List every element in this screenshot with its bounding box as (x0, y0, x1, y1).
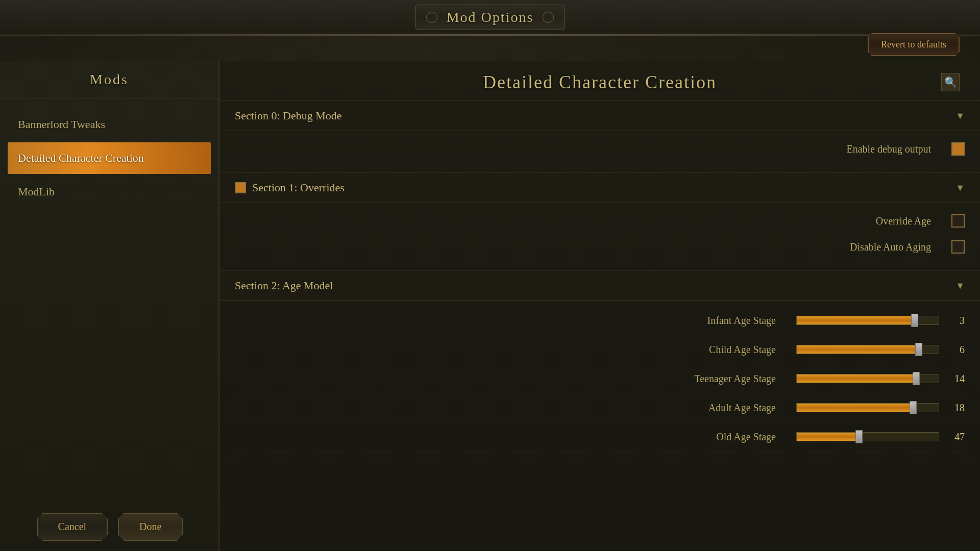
child-age-thumb[interactable] (915, 343, 922, 356)
teenager-age-label: Teenager Age Stage (235, 373, 796, 385)
sidebar-title: Mods (90, 71, 129, 87)
child-age-fill (797, 345, 919, 354)
sidebar-item-label: Detailed Character Creation (18, 152, 144, 164)
infant-age-value: 3 (939, 315, 965, 327)
setting-row-old-age: Old Age Stage 47 (235, 422, 965, 452)
section0-arrow: ▼ (955, 111, 965, 121)
sidebar-item-label: Bannerlord Tweaks (18, 118, 105, 131)
adult-age-track (796, 403, 939, 412)
sections-scroll[interactable]: Section 0: Debug Mode ▼ Enable debug out… (219, 101, 980, 550)
sidebar-list: Bannerlord Tweaks Detailed Character Cre… (0, 98, 218, 218)
section2-content: Infant Age Stage 3 Child Age Stage (219, 301, 980, 462)
section1-content: Override Age Disable Auto Aging (219, 203, 980, 271)
debug-output-checkbox[interactable] (951, 142, 965, 156)
section1-title: Section 1: Overrides (252, 181, 955, 194)
infant-age-slider[interactable] (796, 313, 939, 328)
old-age-fill (797, 433, 859, 441)
revert-defaults-button[interactable]: Revert to defaults (868, 33, 960, 56)
old-age-label: Old Age Stage (235, 431, 796, 443)
setting-row-disable-auto-aging: Disable Auto Aging (235, 234, 965, 260)
search-button[interactable]: 🔍 (941, 73, 960, 91)
setting-row-debug-output: Enable debug output (235, 136, 965, 162)
adult-age-fill (797, 404, 913, 412)
disable-auto-aging-checkbox[interactable] (951, 240, 965, 254)
setting-row-child-age: Child Age Stage 6 (235, 335, 965, 364)
setting-row-teenager-age: Teenager Age Stage 14 (235, 364, 965, 393)
infant-age-label: Infant Age Stage (235, 315, 796, 327)
override-age-label: Override Age (235, 215, 951, 227)
infant-age-fill (797, 316, 915, 324)
teenager-age-fill (797, 374, 916, 383)
child-age-track (796, 345, 939, 354)
teenager-age-value: 14 (939, 373, 965, 385)
teenager-age-slider[interactable] (796, 371, 939, 386)
section2-arrow: ▼ (955, 281, 965, 291)
section0-title: Section 0: Debug Mode (235, 109, 955, 122)
teenager-age-track (796, 374, 939, 383)
main-content: Detailed Character Creation 🔍 Section 0:… (219, 61, 980, 551)
adult-age-thumb[interactable] (910, 401, 917, 414)
child-age-slider[interactable] (796, 342, 939, 357)
infant-age-thumb[interactable] (911, 314, 918, 327)
old-age-value: 47 (939, 431, 965, 443)
sidebar: Mods Bannerlord Tweaks Detailed Characte… (0, 61, 219, 551)
adult-age-label: Adult Age Stage (235, 402, 796, 414)
setting-row-adult-age: Adult Age Stage 18 (235, 393, 965, 422)
mod-options-title-container: Mod Options (415, 5, 565, 30)
setting-row-infant-age: Infant Age Stage 3 (235, 306, 965, 335)
sidebar-item-label: ModLib (18, 185, 55, 198)
bottom-buttons: Cancel Done (0, 513, 219, 541)
top-bar: Mod Options (0, 0, 980, 36)
sidebar-header: Mods (0, 61, 218, 98)
done-button[interactable]: Done (118, 513, 183, 541)
child-age-label: Child Age Stage (235, 344, 796, 356)
mod-options-title: Mod Options (447, 9, 534, 25)
section1-header[interactable]: Section 1: Overrides ▼ (219, 173, 980, 203)
section1-arrow: ▼ (955, 183, 965, 193)
content-title: Detailed Character Creation (258, 71, 941, 93)
section2-header[interactable]: Section 2: Age Model ▼ (219, 271, 980, 301)
debug-output-label: Enable debug output (235, 143, 951, 155)
section2-title: Section 2: Age Model (235, 279, 955, 292)
search-icon: 🔍 (944, 76, 957, 88)
override-age-checkbox[interactable] (951, 214, 965, 228)
section0-content: Enable debug output (219, 131, 980, 173)
cancel-button[interactable]: Cancel (37, 513, 108, 541)
old-age-track (796, 432, 939, 441)
sidebar-item-bannerlord-tweaks[interactable]: Bannerlord Tweaks (8, 109, 211, 140)
old-age-thumb[interactable] (855, 430, 863, 443)
adult-age-value: 18 (939, 402, 965, 414)
content-header: Detailed Character Creation 🔍 (219, 61, 980, 101)
child-age-value: 6 (939, 344, 965, 356)
sidebar-item-detailed-character-creation[interactable]: Detailed Character Creation (8, 142, 211, 174)
old-age-slider[interactable] (796, 430, 939, 444)
infant-age-track (796, 316, 939, 325)
disable-auto-aging-label: Disable Auto Aging (235, 241, 951, 253)
setting-row-override-age: Override Age (235, 208, 965, 234)
section0-header[interactable]: Section 0: Debug Mode ▼ (219, 101, 980, 131)
teenager-age-thumb[interactable] (913, 372, 920, 385)
sidebar-item-modlib[interactable]: ModLib (8, 176, 211, 208)
adult-age-slider[interactable] (796, 400, 939, 415)
top-bar-decoration (0, 34, 980, 36)
section1-checkbox[interactable] (235, 182, 246, 193)
